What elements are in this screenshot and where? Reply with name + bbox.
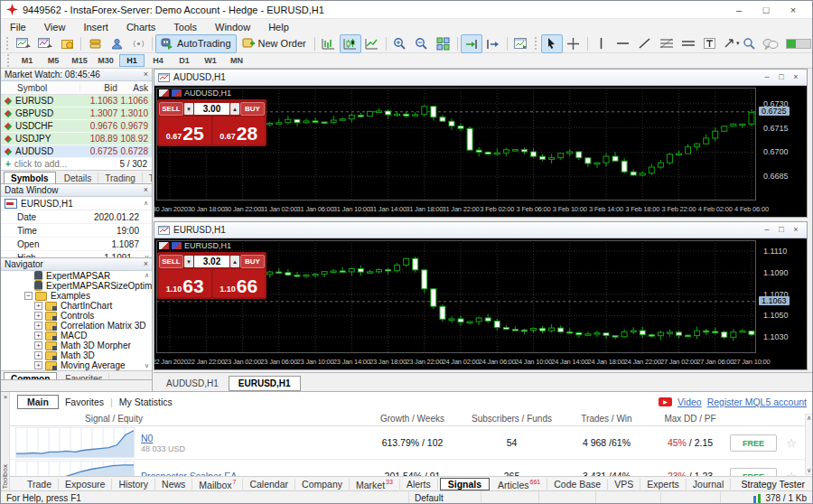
- navigator-item-chartinchart[interactable]: +ChartInChart: [1, 301, 152, 311]
- navigator-item-examples[interactable]: −Examples: [1, 291, 152, 301]
- timeframe-button-m15[interactable]: M15: [67, 54, 92, 67]
- market-watch-button[interactable]: [84, 34, 106, 53]
- market-watch-column-header[interactable]: SymbolBidAsk: [1, 81, 152, 95]
- menu-item-tools[interactable]: Tools: [164, 22, 206, 33]
- close-icon[interactable]: ×: [144, 186, 148, 194]
- candlestick-chart-button[interactable]: [340, 34, 361, 53]
- timeframe-button-h4[interactable]: H4: [145, 54, 171, 67]
- market-watch-tab-symbols[interactable]: Symbols: [4, 172, 56, 184]
- signals-column-header-4[interactable]: Trades / Win: [559, 414, 654, 424]
- expand-icon[interactable]: +: [34, 331, 42, 340]
- time-axis[interactable]: 22 Jan 202022 Jan 22:0023 Jan 02:0023 Ja…: [154, 357, 807, 368]
- signals-scrollbar[interactable]: ∧ ∨: [805, 414, 813, 475]
- strategy-tester-label[interactable]: Strategy Tester: [742, 479, 813, 490]
- toolbox-tab-vps[interactable]: VPS: [608, 479, 640, 490]
- navigator-item-moving-average[interactable]: +Moving Average: [1, 360, 152, 370]
- scroll-up-icon[interactable]: ∧: [144, 200, 148, 207]
- navigator-tab-favorites[interactable]: Favorites: [59, 373, 109, 380]
- signals-column-header-1[interactable]: Signal / Equity: [10, 414, 360, 424]
- minimize-button[interactable]: –: [760, 70, 774, 84]
- toolbox-tab-exposure[interactable]: Exposure: [59, 479, 112, 490]
- close-button[interactable]: ×: [789, 70, 803, 84]
- toolbox-tab-journal[interactable]: Journal: [687, 479, 731, 490]
- signals-tab-favorites[interactable]: Favorites: [65, 397, 104, 407]
- free-button[interactable]: FREE: [730, 434, 777, 452]
- maximize-button[interactable]: □: [774, 70, 789, 84]
- buy-price[interactable]: 0.6728: [213, 117, 266, 145]
- close-icon[interactable]: ×: [2, 394, 9, 401]
- menu-item-help[interactable]: Help: [259, 22, 298, 33]
- signal-row[interactable]: Prospector Scalper EA201.54% / 912653 43…: [10, 460, 813, 476]
- horizontal-line-button[interactable]: [612, 34, 634, 53]
- trendline-button[interactable]: [634, 34, 656, 53]
- signals-column-header-5[interactable]: Max DD / PF: [654, 414, 726, 424]
- time-axis[interactable]: 30 Jan 202030 Jan 18:0030 Jan 22:0031 Ja…: [154, 204, 807, 215]
- market-watch-row-audusd[interactable]: AUDUSD0.67250.6728: [1, 145, 152, 158]
- toolbox-tab-history[interactable]: History: [112, 479, 155, 490]
- toolbox-tab-market[interactable]: Market33: [350, 479, 400, 490]
- scroll-down-icon[interactable]: ∨: [806, 467, 812, 474]
- navigator-item-expertmapsar[interactable]: ExpertMAPSAR: [1, 271, 152, 281]
- toolbox-tab-trade[interactable]: Trade: [21, 479, 59, 490]
- line-chart-button[interactable]: [361, 34, 383, 53]
- search-icon[interactable]: [743, 37, 755, 50]
- column-header-bid[interactable]: Bid: [79, 83, 117, 93]
- broadcast-button[interactable]: [127, 34, 149, 53]
- signal-row[interactable]: N048 033 USD613.79% / 102544 968 /61%45%…: [10, 426, 813, 460]
- toolbar-handle[interactable]: [7, 54, 11, 67]
- video-link[interactable]: Video: [678, 397, 702, 407]
- chart-window-title-bar[interactable]: EURUSD,H1–□×: [154, 222, 807, 238]
- fibonacci-button[interactable]: [656, 34, 678, 53]
- toolbox-tab-code-base[interactable]: Code Base: [547, 479, 608, 490]
- sell-button[interactable]: SELL: [159, 102, 183, 116]
- chart-tab-audusd-h1[interactable]: AUDUSD,H1: [156, 376, 229, 391]
- market-watch-row-gbpusd[interactable]: GBPUSD1.30071.3010: [1, 107, 152, 120]
- scroll-down-icon[interactable]: ∨: [145, 362, 149, 369]
- scroll-up-icon[interactable]: ∧: [145, 272, 149, 279]
- navigator-item-correlation-matrix-3d[interactable]: +Correlation Matrix 3D: [1, 321, 152, 331]
- expand-icon[interactable]: +: [34, 341, 42, 350]
- expand-icon[interactable]: +: [34, 361, 42, 369]
- timeframe-button-m30[interactable]: M30: [93, 54, 118, 67]
- collapse-icon[interactable]: −: [24, 292, 33, 300]
- cursor-button[interactable]: [541, 34, 563, 53]
- menu-item-window[interactable]: Window: [206, 22, 259, 33]
- column-header-ask[interactable]: Ask: [117, 83, 152, 93]
- minimize-button[interactable]: –: [760, 223, 774, 237]
- market-watch-tab-details[interactable]: Details: [58, 173, 99, 184]
- expand-icon[interactable]: +: [34, 322, 42, 330]
- bar-chart-button[interactable]: [318, 34, 340, 53]
- timeframe-button-w1[interactable]: W1: [198, 54, 223, 67]
- timeframe-button-d1[interactable]: D1: [172, 54, 197, 67]
- volume-up-button[interactable]: ▴: [230, 103, 239, 115]
- sell-price[interactable]: 0.6725: [159, 117, 211, 145]
- toolbox-tab-news[interactable]: News: [155, 479, 192, 490]
- chart-window-title-bar[interactable]: AUDUSD,H1–□×: [154, 70, 807, 86]
- market-watch-add-row[interactable]: + click to add... 5 / 302: [1, 158, 152, 170]
- buy-button[interactable]: BUY: [240, 255, 265, 268]
- market-watch-row-eurusd[interactable]: EURUSD1.10631.1066: [1, 95, 152, 107]
- signals-tab-main[interactable]: Main: [17, 395, 59, 409]
- column-header-symbol[interactable]: Symbol: [1, 83, 79, 93]
- tile-windows-button[interactable]: [433, 34, 454, 53]
- equidistant-channel-button[interactable]: [678, 34, 699, 53]
- price-axis[interactable]: 0.67300.67150.67000.66850.6725: [756, 86, 807, 204]
- menu-item-view[interactable]: View: [35, 22, 75, 33]
- favorite-star-icon[interactable]: ☆: [780, 470, 802, 477]
- buy-price[interactable]: 1.1066: [213, 269, 266, 297]
- signals-table-header[interactable]: Signal / EquityGrowth / WeeksSubscribers…: [10, 412, 813, 426]
- price-axis[interactable]: 1.11101.10901.10701.10501.10301.1063: [756, 238, 807, 357]
- expand-icon[interactable]: +: [34, 302, 42, 310]
- buy-button[interactable]: BUY: [240, 102, 265, 116]
- toolbox-tab-alerts[interactable]: Alerts: [400, 479, 438, 490]
- volume-value[interactable]: 3.02: [194, 256, 229, 267]
- volume-down-button[interactable]: ▾: [184, 103, 193, 115]
- menu-item-file[interactable]: File: [1, 22, 35, 33]
- close-icon[interactable]: ×: [144, 70, 148, 79]
- new-chart-button[interactable]: [13, 34, 34, 53]
- navigator-item-macd[interactable]: +MACD: [1, 331, 152, 341]
- profiles-button[interactable]: [34, 34, 56, 53]
- data-window-symbol-row[interactable]: EURUSD,H1 ∧: [1, 197, 152, 210]
- vertical-line-button[interactable]: [591, 34, 612, 53]
- toolbox-tab-company[interactable]: Company: [295, 479, 350, 490]
